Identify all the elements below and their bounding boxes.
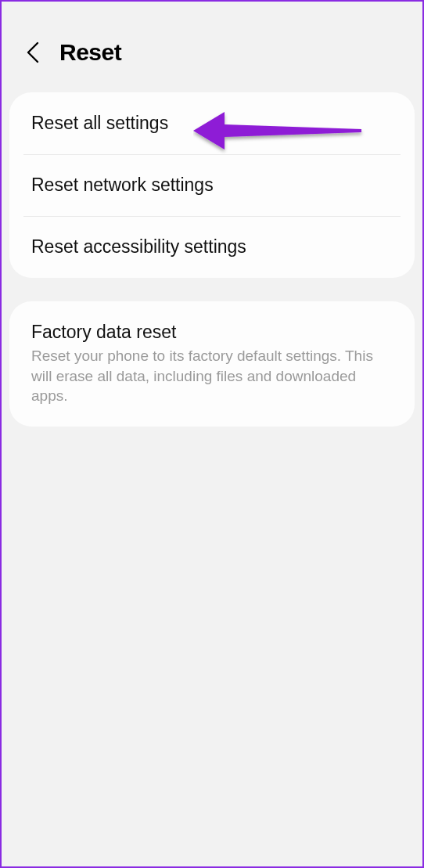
back-icon[interactable] <box>25 44 42 61</box>
list-item-label: Reset network settings <box>31 175 393 196</box>
list-item-label: Reset accessibility settings <box>31 236 393 258</box>
factory-data-reset-item[interactable]: Factory data reset Reset your phone to i… <box>9 301 415 427</box>
factory-reset-card: Factory data reset Reset your phone to i… <box>9 301 415 427</box>
reset-network-settings-item[interactable]: Reset network settings <box>9 154 415 216</box>
list-item-description: Reset your phone to its factory default … <box>31 346 393 406</box>
page-title: Reset <box>59 39 121 66</box>
reset-accessibility-settings-item[interactable]: Reset accessibility settings <box>9 216 415 278</box>
list-item-label: Reset all settings <box>31 113 393 134</box>
list-item-label: Factory data reset <box>31 322 393 343</box>
header: Reset <box>2 2 422 92</box>
reset-options-card: Reset all settings Reset network setting… <box>9 92 415 278</box>
reset-all-settings-item[interactable]: Reset all settings <box>9 92 415 154</box>
